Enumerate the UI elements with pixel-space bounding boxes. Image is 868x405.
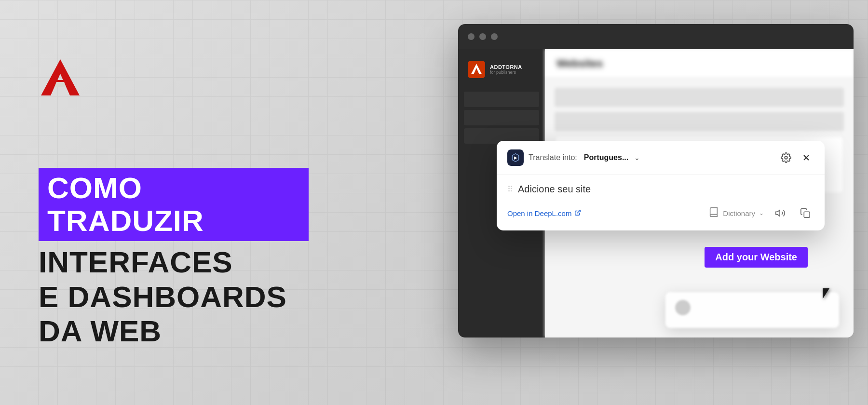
app-name: ADDTORNA	[490, 64, 522, 70]
headline-block: COMO TRADUZIR INTERFACES E DASHBOARDS DA…	[39, 168, 309, 348]
svg-point-6	[785, 156, 787, 159]
main-content: COMO TRADUZIR INTERFACES E DASHBOARDS DA…	[0, 0, 868, 405]
svg-text:▶: ▶	[514, 155, 517, 160]
app-sidebar-logo: ADDTORNA for publishers	[464, 57, 539, 82]
popup-footer: Open in DeepL.com	[497, 200, 825, 230]
browser-dot-green	[491, 33, 498, 40]
sidebar-menu-item-1	[464, 92, 539, 107]
headline-line3: E DASHBOARDS	[39, 280, 309, 314]
open-deepl-label: Open in DeepL.com	[507, 209, 571, 217]
drag-handle-icon: ⠿	[507, 185, 512, 194]
translation-popup: ▶ Translate into: Portugues... ⌄	[497, 141, 825, 230]
translated-text: Adicione seu site	[518, 184, 814, 195]
right-panel: ADDTORNA for publishers Websites	[347, 0, 868, 405]
open-in-deepl-link[interactable]: Open in DeepL.com	[507, 209, 581, 217]
sidebar-menu-item-2	[464, 110, 539, 125]
headline-highlight: COMO TRADUZIR	[39, 168, 309, 241]
content-row-1	[555, 88, 844, 107]
translate-into-label: Translate into:	[529, 153, 577, 162]
app-sub: for publishers	[490, 70, 522, 75]
website-card	[665, 292, 839, 328]
browser-body: ADDTORNA for publishers Websites	[458, 49, 854, 338]
copy-button[interactable]	[797, 204, 814, 222]
mouse-cursor	[823, 288, 829, 299]
dictionary-button[interactable]: Dictionary ⌄	[708, 207, 764, 220]
browser-dot-yellow	[479, 33, 486, 40]
svg-marker-0	[41, 59, 80, 95]
svg-marker-10	[776, 210, 780, 216]
chevron-down-icon: ⌄	[634, 154, 640, 162]
website-card-header	[675, 300, 829, 315]
app-main-header: Websites	[545, 49, 854, 78]
app-main-title: Websites	[556, 57, 603, 70]
svg-rect-11	[804, 212, 810, 217]
deepl-icon: ▶	[507, 149, 524, 166]
popup-translation-area: ⠿ Adicione seu site	[497, 175, 825, 200]
dictionary-chevron-icon: ⌄	[759, 210, 764, 216]
svg-marker-2	[54, 82, 66, 87]
settings-button[interactable]	[778, 150, 794, 165]
app-logo-icon	[468, 61, 485, 78]
add-website-button[interactable]: Add your Website	[705, 247, 808, 268]
content-row-2	[555, 112, 844, 131]
book-icon	[708, 207, 719, 220]
browser-window: ADDTORNA for publishers Websites	[458, 24, 854, 338]
popup-header: ▶ Translate into: Portugues... ⌄	[497, 141, 825, 175]
website-avatar	[675, 300, 691, 315]
browser-dot-red	[468, 33, 475, 40]
left-panel: COMO TRADUZIR INTERFACES E DASHBOARDS DA…	[0, 28, 347, 377]
external-link-icon	[574, 209, 581, 217]
dictionary-label: Dictionary	[723, 209, 755, 217]
close-button[interactable]	[799, 150, 814, 165]
svg-line-9	[577, 210, 580, 213]
svg-marker-3	[471, 64, 482, 74]
translate-language: Portugues...	[584, 153, 628, 162]
headline-line4: DA WEB	[39, 314, 309, 348]
browser-titlebar	[458, 24, 854, 49]
app-sidebar-logo-text: ADDTORNA for publishers	[490, 64, 522, 75]
headline-line2: INTERFACES	[39, 245, 309, 279]
language-dropdown[interactable]: ⌄	[634, 154, 640, 162]
logo	[39, 57, 82, 100]
audio-button[interactable]	[772, 204, 789, 222]
